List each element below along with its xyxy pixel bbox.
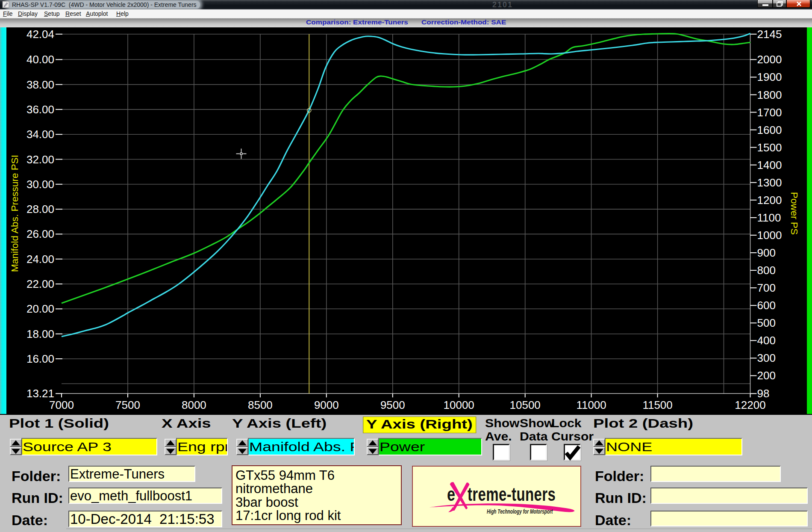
svg-text:1800: 1800 (757, 89, 782, 101)
svg-text:34.00: 34.00 (26, 128, 54, 141)
svg-text:28.00: 28.00 (26, 203, 54, 216)
svg-text:800: 800 (757, 264, 776, 277)
svg-text:1500: 1500 (757, 141, 782, 154)
svg-text:9500: 9500 (380, 399, 405, 411)
svg-text:400: 400 (757, 334, 776, 347)
svg-text:Power PS: Power PS (789, 192, 800, 235)
svg-text:1700: 1700 (757, 106, 782, 119)
svg-text:20.00: 20.00 (26, 302, 54, 315)
svg-text:98: 98 (757, 387, 770, 400)
svg-text:2000: 2000 (757, 53, 782, 66)
svg-text:26.00: 26.00 (26, 228, 54, 240)
svg-text:12200: 12200 (735, 399, 765, 411)
svg-text:18.00: 18.00 (26, 328, 54, 340)
svg-text:8500: 8500 (248, 399, 273, 411)
svg-text:600: 600 (757, 299, 776, 312)
svg-text:900: 900 (757, 246, 776, 259)
svg-text:10500: 10500 (510, 399, 541, 411)
svg-text:1300: 1300 (757, 176, 782, 189)
svg-text:13.21: 13.21 (26, 387, 54, 400)
svg-text:9000: 9000 (314, 399, 339, 411)
svg-text:1400: 1400 (757, 159, 782, 171)
svg-text:42.04: 42.04 (26, 28, 54, 41)
svg-text:7000: 7000 (49, 399, 74, 411)
svg-text:11500: 11500 (642, 399, 672, 411)
svg-text:200: 200 (757, 369, 776, 382)
svg-text:High Technology for Motorsport: High Technology for Motorsport (487, 508, 553, 515)
svg-text:treme-tuners: treme-tuners (468, 484, 556, 505)
svg-text:30.00: 30.00 (26, 178, 54, 191)
svg-text:10000: 10000 (444, 399, 474, 411)
svg-text:500: 500 (757, 316, 776, 329)
svg-text:1100: 1100 (757, 211, 781, 224)
svg-text:16.00: 16.00 (26, 352, 54, 365)
svg-text:8000: 8000 (182, 399, 206, 411)
svg-text:1600: 1600 (757, 124, 782, 136)
svg-text:22.00: 22.00 (26, 278, 54, 290)
svg-text:Manifold Abs. Pressure PSI: Manifold Abs. Pressure PSI (9, 155, 20, 272)
svg-text:7500: 7500 (115, 399, 140, 411)
svg-text:11000: 11000 (576, 399, 606, 411)
svg-text:700: 700 (757, 281, 776, 294)
svg-text:24.00: 24.00 (26, 253, 54, 266)
svg-text:1000: 1000 (757, 229, 782, 242)
svg-text:36.00: 36.00 (26, 103, 54, 116)
svg-text:1200: 1200 (757, 194, 782, 207)
svg-text:300: 300 (757, 352, 776, 364)
svg-text:2145: 2145 (757, 28, 782, 41)
svg-text:1900: 1900 (757, 71, 782, 83)
svg-text:32.00: 32.00 (26, 153, 54, 166)
svg-text:38.00: 38.00 (26, 78, 54, 91)
svg-text:40.00: 40.00 (26, 53, 54, 66)
